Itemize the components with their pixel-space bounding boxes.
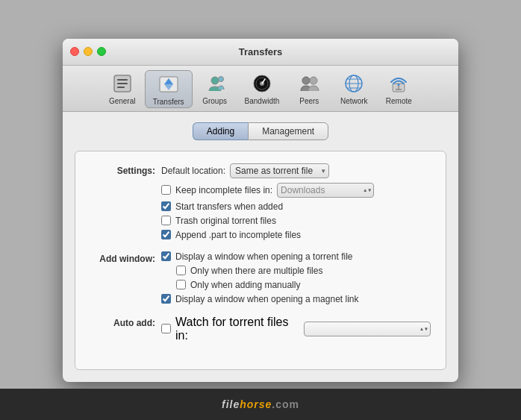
network-label: Network bbox=[340, 97, 368, 105]
svg-rect-2 bbox=[117, 83, 128, 84]
keep-incomplete-label: Keep incomplete files in: bbox=[175, 185, 272, 195]
svg-rect-1 bbox=[117, 79, 128, 81]
toolbar-item-bandwidth[interactable]: Bandwidth bbox=[237, 70, 287, 108]
adding-manually-label: Only when adding manually bbox=[190, 280, 300, 290]
add-window-content: Display a window when opening a torrent … bbox=[161, 251, 431, 308]
location-select[interactable]: Same as torrent file Custom location bbox=[230, 163, 329, 178]
adding-manually-row: Only when adding manually bbox=[176, 280, 431, 290]
transfers-label: Transfers bbox=[153, 98, 184, 106]
downloads-select[interactable]: Downloads bbox=[277, 183, 374, 198]
svg-point-14 bbox=[310, 77, 317, 84]
general-icon bbox=[110, 72, 134, 95]
remote-icon bbox=[387, 72, 411, 95]
general-label: General bbox=[109, 97, 136, 105]
append-part-label: Append .part to incomplete files bbox=[175, 230, 301, 240]
window-title: Transfers bbox=[239, 46, 283, 57]
start-transfers-row: Start transfers when added bbox=[161, 201, 431, 212]
default-location-row: Default location: Same as torrent file C… bbox=[161, 163, 431, 178]
settings-label: Settings: bbox=[90, 163, 161, 176]
content-area: Adding Management Settings: Default loca… bbox=[63, 112, 458, 382]
toolbar-item-general[interactable]: General bbox=[100, 70, 145, 108]
tab-management[interactable]: Management bbox=[248, 122, 328, 140]
display-magnet-label: Display a window when opening a magnet l… bbox=[175, 294, 358, 304]
add-window-label: Add window: bbox=[90, 251, 161, 264]
toolbar-item-transfers[interactable]: Transfers bbox=[145, 70, 193, 108]
maximize-button[interactable] bbox=[97, 47, 106, 56]
peers-label: Peers bbox=[299, 97, 319, 105]
groups-icon bbox=[203, 72, 227, 95]
settings-panel: Settings: Default location: Same as torr… bbox=[75, 151, 446, 370]
append-part-checkbox[interactable] bbox=[161, 230, 171, 239]
location-select-wrapper: Same as torrent file Custom location bbox=[230, 163, 329, 178]
watch-torrent-label: Watch for torrent files in: bbox=[175, 316, 299, 342]
add-window-row: Add window: Display a window when openin… bbox=[90, 251, 431, 308]
display-magnet-checkbox[interactable] bbox=[161, 294, 171, 304]
svg-point-13 bbox=[302, 77, 310, 84]
display-torrent-label: Display a window when opening a torrent … bbox=[175, 251, 352, 262]
bandwidth-label: Bandwidth bbox=[245, 97, 280, 105]
svg-rect-3 bbox=[117, 87, 125, 88]
keep-incomplete-row: Keep incomplete files in: Downloads ▲▼ bbox=[161, 183, 431, 198]
multiple-files-label: Only when there are multiple files bbox=[190, 266, 322, 276]
auto-add-label: Auto add: bbox=[90, 316, 161, 328]
watermark-bar: filehorse.com bbox=[0, 389, 521, 420]
location-label: Default location: bbox=[161, 166, 225, 176]
bandwidth-icon bbox=[250, 72, 274, 95]
downloads-select-wrapper: Downloads ▲▼ bbox=[277, 183, 374, 198]
start-transfers-label: Start transfers when added bbox=[175, 201, 283, 212]
tab-bar: Adding Management bbox=[75, 122, 446, 140]
svg-point-7 bbox=[211, 77, 219, 84]
traffic-lights bbox=[70, 47, 106, 56]
display-torrent-row: Display a window when opening a torrent … bbox=[161, 251, 431, 262]
toolbar-item-network[interactable]: Network bbox=[331, 70, 376, 108]
auto-add-row: Auto add: Watch for torrent files in: ▲▼ bbox=[90, 316, 431, 347]
tab-adding[interactable]: Adding bbox=[193, 122, 248, 140]
auto-add-inline-row: Watch for torrent files in: ▲▼ bbox=[161, 316, 431, 342]
display-magnet-row: Display a window when opening a magnet l… bbox=[161, 294, 431, 304]
adding-manually-checkbox[interactable] bbox=[176, 280, 186, 289]
settings-row: Settings: Default location: Same as torr… bbox=[90, 163, 431, 244]
toolbar-item-remote[interactable]: Remote bbox=[376, 70, 421, 108]
watch-torrent-checkbox[interactable] bbox=[161, 324, 171, 333]
titlebar: Transfers bbox=[63, 39, 458, 66]
trash-original-checkbox[interactable] bbox=[161, 216, 171, 225]
start-transfers-checkbox[interactable] bbox=[161, 201, 171, 211]
display-torrent-checkbox[interactable] bbox=[161, 251, 171, 261]
toolbar: General Transfers bbox=[63, 66, 458, 112]
close-button[interactable] bbox=[70, 47, 79, 56]
watermark-text: file bbox=[222, 398, 240, 410]
transfers-icon bbox=[157, 72, 181, 96]
append-part-row: Append .part to incomplete files bbox=[161, 230, 431, 240]
peers-icon bbox=[297, 72, 321, 95]
keep-incomplete-checkbox[interactable] bbox=[161, 185, 171, 195]
trash-original-row: Trash original torrent files bbox=[161, 216, 431, 226]
groups-label: Groups bbox=[202, 97, 227, 105]
svg-point-8 bbox=[218, 76, 223, 81]
minimize-button[interactable] bbox=[84, 47, 93, 56]
toolbar-item-groups[interactable]: Groups bbox=[193, 70, 237, 108]
multiple-files-checkbox[interactable] bbox=[176, 266, 186, 275]
watermark-domain: .com bbox=[272, 398, 299, 410]
toolbar-item-peers[interactable]: Peers bbox=[287, 70, 331, 108]
main-window: Transfers General bbox=[63, 39, 458, 382]
svg-point-21 bbox=[398, 84, 400, 86]
watch-folder-select[interactable] bbox=[304, 322, 431, 336]
remote-label: Remote bbox=[386, 97, 412, 105]
watch-select-wrapper: ▲▼ bbox=[304, 322, 431, 336]
network-icon bbox=[342, 72, 366, 95]
watermark: filehorse.com bbox=[222, 398, 299, 410]
multiple-files-row: Only when there are multiple files bbox=[176, 266, 431, 276]
auto-add-content: Watch for torrent files in: ▲▼ bbox=[161, 316, 431, 347]
settings-content: Default location: Same as torrent file C… bbox=[161, 163, 431, 244]
trash-original-label: Trash original torrent files bbox=[175, 216, 276, 226]
